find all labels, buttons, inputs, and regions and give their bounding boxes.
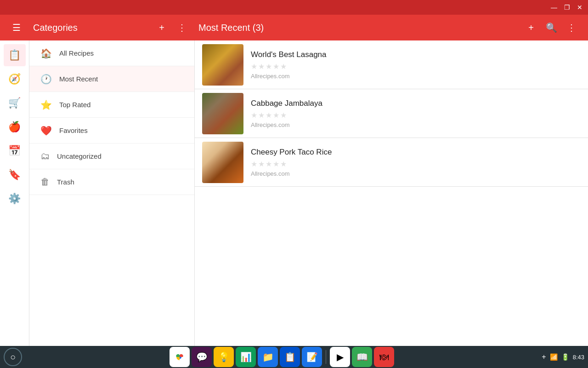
close-button[interactable]: ✕ bbox=[575, 3, 584, 12]
menu-button[interactable]: ☰ bbox=[7, 18, 26, 37]
header-right-icons: + 🔍 ⋮ bbox=[522, 18, 581, 37]
star-3: ★ bbox=[266, 62, 272, 71]
sidebar-calendar-icon[interactable]: 📅 bbox=[4, 140, 26, 162]
category-uncategorized[interactable]: 🗂 Uncategorized bbox=[29, 144, 194, 169]
recipe-taskbar-app[interactable]: 🍽 bbox=[374, 347, 394, 367]
search-button[interactable]: 🔍 bbox=[542, 18, 560, 37]
category-all-recipes[interactable]: 🏠 All Recipes bbox=[29, 40, 194, 66]
battery-icon: 🔋 bbox=[561, 353, 569, 361]
header-left-icons: + ⋮ bbox=[153, 18, 191, 37]
recipe-source-3: Allrecipes.com bbox=[251, 170, 581, 177]
star-2: ★ bbox=[258, 62, 265, 71]
icon-sidebar: 📋 🧭 🛒 🍎 📅 🔖 ⚙️ bbox=[0, 40, 29, 346]
star-5: ★ bbox=[280, 111, 287, 120]
taskbar-divider bbox=[326, 350, 326, 364]
star-1: ★ bbox=[251, 160, 257, 168]
star-1: ★ bbox=[251, 62, 257, 71]
recipe-stars-3: ★ ★ ★ ★ ★ bbox=[251, 160, 581, 168]
recipe-info-3: Cheesy Pork Taco Rice ★ ★ ★ ★ ★ Allrecip… bbox=[251, 148, 581, 177]
category-label: All Recipes bbox=[59, 49, 94, 57]
star-2: ★ bbox=[258, 111, 265, 120]
star-4: ★ bbox=[273, 62, 279, 71]
recipe-item-1[interactable]: World's Best Lasagna ★ ★ ★ ★ ★ Allrecipe… bbox=[195, 40, 588, 89]
recipe-name-3: Cheesy Pork Taco Rice bbox=[251, 148, 581, 157]
maximize-button[interactable]: ❐ bbox=[562, 3, 571, 12]
sidebar-compass-icon[interactable]: 🧭 bbox=[4, 68, 26, 90]
star-3: ★ bbox=[266, 111, 272, 120]
recipe-thumbnail-3 bbox=[202, 142, 243, 183]
category-favorites[interactable]: ❤️ Favorites bbox=[29, 118, 194, 144]
sidebar-cart-icon[interactable]: 🛒 bbox=[4, 92, 26, 114]
star-5: ★ bbox=[280, 160, 287, 168]
center-title: Most Recent (3) bbox=[191, 23, 522, 33]
sidebar-apple-icon[interactable]: 🍎 bbox=[4, 116, 26, 138]
recipe-info-1: World's Best Lasagna ★ ★ ★ ★ ★ Allrecipe… bbox=[251, 50, 581, 80]
category-most-recent[interactable]: 🕐 Most Recent bbox=[29, 66, 194, 92]
files-app[interactable]: 📁 bbox=[258, 347, 278, 367]
recipe-item-2[interactable]: Cabbage Jambalaya ★ ★ ★ ★ ★ Allrecipes.c… bbox=[195, 89, 588, 138]
slack-app[interactable]: 💬 bbox=[192, 347, 212, 367]
keep-app[interactable]: 💡 bbox=[214, 347, 234, 367]
star-1: ★ bbox=[251, 111, 257, 120]
star-2: ★ bbox=[258, 160, 265, 168]
category-label: Favorites bbox=[59, 126, 88, 134]
star-4: ★ bbox=[273, 111, 279, 120]
header-title: Categories bbox=[33, 23, 145, 33]
category-label: Uncategorized bbox=[57, 152, 102, 160]
app-header: ☰ Categories + ⋮ Most Recent (3) + 🔍 ⋮ bbox=[0, 15, 588, 40]
add-category-button[interactable]: + bbox=[153, 18, 171, 37]
recipe-stars-2: ★ ★ ★ ★ ★ bbox=[251, 111, 581, 120]
more-recipe-button[interactable]: ⋮ bbox=[562, 18, 581, 37]
category-trash[interactable]: 🗑 Trash bbox=[29, 169, 194, 195]
star-4: ★ bbox=[273, 160, 279, 168]
sidebar-book-icon[interactable]: 📋 bbox=[4, 44, 26, 66]
main-container: 📋 🧭 🛒 🍎 📅 🔖 ⚙️ 🏠 All Recipes 🕐 Most Rece… bbox=[0, 40, 588, 346]
chrome-app[interactable] bbox=[170, 347, 190, 367]
reader-app[interactable]: 📖 bbox=[352, 347, 372, 367]
home-icon: 🏠 bbox=[40, 48, 52, 59]
clock-icon: 🕐 bbox=[40, 74, 52, 85]
wifi-icon: 📶 bbox=[550, 353, 558, 361]
recipe-thumbnail-1 bbox=[202, 44, 243, 86]
header-left: ☰ Categories + ⋮ bbox=[7, 18, 191, 37]
add-recipe-button[interactable]: + bbox=[522, 18, 540, 37]
taskbar-right: + 📶 🔋 8:43 bbox=[542, 353, 584, 361]
recipe-info-2: Cabbage Jambalaya ★ ★ ★ ★ ★ Allrecipes.c… bbox=[251, 99, 581, 128]
recipe-source-2: Allrecipes.com bbox=[251, 121, 581, 128]
recipe-stars-1: ★ ★ ★ ★ ★ bbox=[251, 62, 581, 71]
trello-app[interactable]: 📋 bbox=[280, 347, 300, 367]
play-app[interactable]: ▶ bbox=[330, 347, 350, 367]
trash-icon: 🗑 bbox=[40, 177, 50, 187]
minimize-button[interactable]: — bbox=[549, 3, 559, 12]
recipe-list: World's Best Lasagna ★ ★ ★ ★ ★ Allrecipe… bbox=[195, 40, 588, 346]
taskbar: ○ 💬 💡 📊 📁 📋 📝 ▶ 📖 🍽 + 📶 🔋 8:43 bbox=[0, 346, 588, 368]
star-icon: ⭐ bbox=[40, 99, 52, 110]
add-icon[interactable]: + bbox=[542, 353, 546, 361]
star-3: ★ bbox=[266, 160, 272, 168]
more-category-button[interactable]: ⋮ bbox=[173, 18, 191, 37]
recipe-name-2: Cabbage Jambalaya bbox=[251, 99, 581, 108]
heart-icon: ❤️ bbox=[40, 125, 52, 136]
category-label: Top Rated bbox=[59, 101, 90, 109]
sheets-app[interactable]: 📊 bbox=[236, 347, 256, 367]
recipe-item-3[interactable]: Cheesy Pork Taco Rice ★ ★ ★ ★ ★ Allrecip… bbox=[195, 138, 588, 187]
sidebar-bookmark-icon[interactable]: 🔖 bbox=[4, 164, 26, 186]
category-top-rated[interactable]: ⭐ Top Rated bbox=[29, 92, 194, 118]
docs-app[interactable]: 📝 bbox=[302, 347, 322, 367]
home-button[interactable]: ○ bbox=[4, 348, 22, 366]
category-list: 🏠 All Recipes 🕐 Most Recent ⭐ Top Rated … bbox=[29, 40, 195, 346]
recipe-thumbnail-2 bbox=[202, 93, 243, 134]
recipe-name-1: World's Best Lasagna bbox=[251, 50, 581, 59]
title-bar: — ❐ ✕ bbox=[0, 0, 588, 15]
recipe-source-1: Allrecipes.com bbox=[251, 73, 581, 80]
category-label: Most Recent bbox=[59, 75, 98, 83]
sidebar-settings-icon[interactable]: ⚙️ bbox=[4, 188, 26, 210]
taskbar-time: 8:43 bbox=[573, 354, 584, 361]
category-label: Trash bbox=[57, 178, 74, 186]
star-5: ★ bbox=[280, 62, 287, 71]
folder-icon: 🗂 bbox=[40, 151, 50, 161]
